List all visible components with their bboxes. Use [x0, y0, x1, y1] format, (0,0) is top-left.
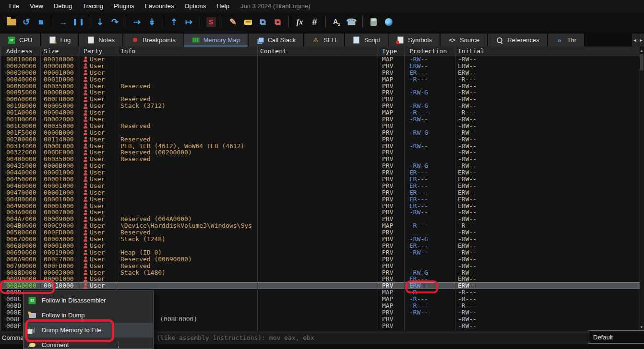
table-row[interactable]: 0006000000035000UserReservedPRV-RW-- — [0, 83, 640, 90]
run-to-user-code-icon[interactable]: ↦ — [182, 16, 195, 28]
tab-references[interactable]: References — [488, 34, 547, 47]
table-row[interactable]: 004350000000B000UserPRV-RW-G-RW-- — [0, 163, 640, 169]
cell-init: -RW-- — [455, 136, 640, 143]
table-row[interactable]: 0047000000001000UserPRVER---ERW-- — [0, 189, 640, 196]
table-row[interactable]: 001F50000000B000UserPRV-RW-G-RW-- — [0, 129, 640, 136]
step-into-icon[interactable]: ⇣ — [94, 16, 107, 28]
cell-type: PRV — [378, 169, 404, 176]
column-header-address[interactable]: Address — [0, 47, 40, 56]
table-row[interactable]: 00790000000FD000UserReservedPRV-RW-- — [0, 263, 640, 269]
table-row[interactable]: 0049000000001000UserPRVER---ERW-- — [0, 203, 640, 209]
column-header-size[interactable]: Size — [40, 47, 80, 56]
scylla-icon[interactable]: S — [204, 16, 217, 28]
case-az-icon[interactable]: Az — [330, 16, 343, 28]
tab-scroll-right-icon[interactable]: ► — [638, 34, 644, 47]
tab-notes[interactable]: Notes — [79, 34, 122, 47]
table-row[interactable]: 0067D00000003000UserStack (1248)PRV-RW-G… — [0, 236, 640, 243]
table-row[interactable]: 00322000000DE000UserReserved (00200000)P… — [0, 149, 640, 156]
table-row[interactable]: 0068000000001000UserPRVER---ERW-- — [0, 243, 640, 249]
table-row[interactable]: 0045000000001000UserPRVER---ERW-- — [0, 176, 640, 183]
menu-item-comment[interactable]: Comment; — [24, 337, 153, 349]
tab-breakpoints[interactable]: Breakpoints — [123, 34, 183, 47]
table-row[interactable]: 000950000000B000UserPRV-RW-G-RW-- — [0, 89, 640, 96]
globe-icon[interactable] — [382, 16, 395, 28]
table-row[interactable]: 0089000000001000UserPRVER---ERW-- — [0, 276, 640, 282]
table-row[interactable]: 000A0000000FB000UserReservedPRV-RW-- — [0, 96, 640, 103]
column-header-protection[interactable]: Protection — [404, 47, 455, 56]
column-header-content[interactable]: Content — [257, 47, 378, 56]
tab-memory-map[interactable]: Memory Map — [184, 34, 248, 47]
comment-note-icon[interactable] — [241, 16, 254, 28]
table-row[interactable]: 001C000000035000UserReservedPRV-RW-- — [0, 123, 640, 129]
table-row[interactable]: 0019B00000005000UserStack (3712)PRV-RW-G… — [0, 103, 640, 109]
table-row[interactable]: 0088D00000003000UserStack (1480)PRV-RW-G… — [0, 269, 640, 276]
column-header-initial[interactable]: Initial — [455, 47, 640, 56]
tab-thr[interactable]: »Thr — [548, 34, 584, 47]
run-icon[interactable]: → — [57, 16, 70, 28]
table-row[interactable]: 0048000000001000UserPRVER---ERW-- — [0, 196, 640, 203]
table-row[interactable]: 0046000000001000UserPRVER---ERW-- — [0, 183, 640, 189]
column-header-info[interactable]: Info — [116, 47, 257, 56]
menu-tracing[interactable]: Tracing — [77, 0, 108, 12]
table-row[interactable]: 008A000000010000UserPRVERW--ERW-- — [0, 282, 640, 289]
label-blue-icon[interactable]: ⧉ — [256, 16, 269, 28]
table-row[interactable]: 0001000000010000UserMAP-RW---RW-- — [0, 56, 640, 63]
table-row[interactable]: 0020000000114000UserReservedPRV-RW-- — [0, 136, 640, 143]
tab-log[interactable]: Log — [41, 34, 78, 47]
table-row[interactable]: 001A000000004000UserMAP-R----R--- — [0, 109, 640, 116]
function-fx-icon[interactable]: fx — [293, 16, 306, 28]
menu-debug[interactable]: Debug — [48, 0, 77, 12]
open-file-icon[interactable] — [5, 16, 18, 28]
table-row[interactable]: 000400000001D000UserMAP-R----R--- — [0, 76, 640, 83]
profile-dropdown[interactable]: Default ▾ — [588, 330, 644, 344]
tab-script[interactable]: Script — [345, 34, 388, 47]
table-row[interactable]: 0069000000019000UserHeap (ID 0)PRV-RW---… — [0, 249, 640, 256]
restart-icon[interactable]: ↺ — [20, 16, 33, 28]
table-row[interactable]: 0003000000001000UserPRVER---ERW-- — [0, 70, 640, 76]
tab-scroll-left-icon[interactable]: ◄ — [632, 34, 638, 47]
table-row[interactable]: 00580000000FD000UserReservedPRV-RW-- — [0, 229, 640, 236]
party-label: User — [90, 76, 105, 83]
menu-view[interactable]: View — [24, 0, 48, 12]
table-row[interactable]: 004A700000009000UserReserved (004A0000)P… — [0, 216, 640, 222]
hash-icon[interactable]: # — [308, 16, 321, 28]
trace-into-icon[interactable]: ⇢ — [131, 16, 143, 28]
scrollbar-thumb[interactable] — [640, 54, 644, 70]
menu-item-dump-memory-to-file[interactable]: Dump Memory to File — [24, 323, 153, 337]
tab-source[interactable]: <>Source — [441, 34, 487, 47]
execute-till-return-icon[interactable]: ⇡ — [167, 16, 180, 28]
scroll-down-icon[interactable]: ▼ — [639, 324, 644, 330]
table-row[interactable]: 001B000000002000UserPRV-RW---RW-- — [0, 116, 640, 123]
calculator-icon[interactable] — [367, 16, 380, 28]
table-row[interactable]: 0002000000008000UserPRVERW--ERW-- — [0, 63, 640, 70]
table-row[interactable]: 004B0000000C9000User\Device\HarddiskVolu… — [0, 222, 640, 229]
pause-icon[interactable] — [72, 16, 84, 28]
step-over-icon[interactable]: ↷ — [108, 16, 121, 28]
scroll-up-icon[interactable]: ▲ — [639, 47, 644, 53]
column-header-type[interactable]: Type — [378, 47, 404, 56]
tab-seh[interactable]: ⚠SEH — [304, 34, 344, 47]
menu-file[interactable]: File — [4, 0, 24, 12]
menu-help[interactable]: Help — [211, 0, 235, 12]
patches-icon[interactable]: ✎ — [227, 16, 239, 28]
table-row[interactable]: 0040000000035000UserReservedPRV-RW-- — [0, 156, 640, 163]
tab-symbols[interactable]: Symbols — [389, 34, 440, 47]
table-row[interactable]: 0044000000001000UserPRVER---ERW-- — [0, 169, 640, 176]
menu-item-follow-in-dump[interactable]: Follow in Dump — [24, 308, 153, 323]
menu-plugins[interactable]: Plugins — [108, 0, 140, 12]
label-red-icon[interactable]: ⧉ — [271, 16, 284, 28]
close-icon[interactable]: ■ — [35, 16, 48, 28]
tab-call-stack[interactable]: Call Stack — [249, 34, 304, 47]
table-row[interactable]: 006A9000000E7000UserReserved (00690000)P… — [0, 256, 640, 263]
table-row[interactable]: 004A000000007000UserPRV-RW---RW-- — [0, 209, 640, 216]
menu-favourites[interactable]: Favourites — [140, 0, 179, 12]
user-person-icon — [83, 97, 87, 102]
tab-cpu[interactable]: 32CPU — [0, 34, 40, 47]
column-header-party[interactable]: Party — [80, 47, 116, 56]
menu-options[interactable]: Options — [179, 0, 211, 12]
table-row[interactable]: 003140000000E000UserPEB, TEB (4612), WoW… — [0, 143, 640, 150]
cell-info: Reserved — [116, 229, 257, 236]
menu-item-follow-in-disassembler[interactable]: 32Follow in Disassembler — [24, 293, 153, 308]
phone-calc-icon[interactable]: ☎ — [345, 16, 358, 28]
trace-over-icon[interactable]: ↡ — [145, 16, 158, 28]
